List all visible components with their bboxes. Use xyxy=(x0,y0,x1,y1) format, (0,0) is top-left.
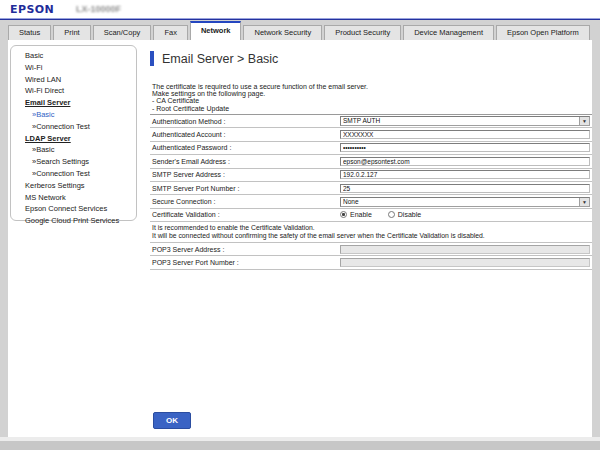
form-row-pop3-address: POP3 Server Address : xyxy=(150,243,592,256)
dropdown-arrow-icon[interactable]: ▼ xyxy=(579,198,589,206)
tab-status[interactable]: Status xyxy=(8,25,51,40)
form-row-secure-connection: Secure Connection : None ▼ xyxy=(150,195,592,208)
tab-network[interactable]: Network xyxy=(190,21,242,40)
email-server-form: Authentication Method : SMTP AUTH ▼ Auth… xyxy=(150,114,592,270)
field-label: SMTP Server Address : xyxy=(150,171,340,178)
field-label: Authenticated Password : xyxy=(150,144,340,151)
content-panel: Basic Wi-Fi Wired LAN Wi-Fi Direct Email… xyxy=(8,40,592,437)
note-line: It will be connected without confirming … xyxy=(152,232,592,239)
field-label: Secure Connection : xyxy=(150,198,340,205)
sidebar-item-kerberos-settings[interactable]: Kerberos Settings xyxy=(11,180,136,192)
description-line: - Root Certificate Update xyxy=(152,105,368,112)
authentication-method-value: SMTP AUTH xyxy=(341,117,579,125)
form-row-authenticated-password: Authenticated Password : xyxy=(150,142,592,155)
tab-print[interactable]: Print xyxy=(53,25,90,40)
smtp-server-port-input[interactable] xyxy=(340,184,590,193)
authentication-method-select[interactable]: SMTP AUTH ▼ xyxy=(340,116,590,126)
epson-logo: EPSON xyxy=(10,3,54,16)
sender-email-input[interactable] xyxy=(340,157,590,166)
sidebar-item-wifi[interactable]: Wi-Fi xyxy=(11,62,136,74)
form-row-smtp-address: SMTP Server Address : xyxy=(150,169,592,182)
description-line: The certificate is required to use a sec… xyxy=(152,83,368,90)
sidebar-item-basic[interactable]: Basic xyxy=(11,50,136,62)
certificate-validation-note: It is recommended to enable the Certific… xyxy=(150,222,592,243)
tab-product-security[interactable]: Product Security xyxy=(324,25,401,40)
main-tab-bar: Status Print Scan/Copy Fax Network Netwo… xyxy=(8,21,592,40)
authenticated-account-input[interactable] xyxy=(340,130,590,139)
network-sidebar: Basic Wi-Fi Wired LAN Wi-Fi Direct Email… xyxy=(10,45,137,221)
secure-connection-value: None xyxy=(341,198,579,206)
sidebar-subitem-ldap-connection-test[interactable]: »Connection Test xyxy=(11,168,136,180)
header-divider xyxy=(0,18,600,20)
field-label: Authenticated Account : xyxy=(150,131,340,138)
tab-epson-open-platform[interactable]: Epson Open Platform xyxy=(496,25,590,40)
sidebar-item-epson-connect-services[interactable]: Epson Connect Services xyxy=(11,203,136,215)
dropdown-arrow-icon[interactable]: ▼ xyxy=(579,117,589,125)
field-label: POP3 Server Port Number : xyxy=(150,259,340,266)
field-label: Authentication Method : xyxy=(150,118,340,125)
app-header: EPSON LX-10000F xyxy=(0,0,600,18)
description-line: Make settings on the following page. xyxy=(152,90,368,97)
title-accent-bar xyxy=(150,51,154,66)
authenticated-password-input[interactable] xyxy=(340,143,590,152)
sidebar-subitem-email-connection-test[interactable]: »Connection Test xyxy=(11,121,136,133)
form-row-authentication-method: Authentication Method : SMTP AUTH ▼ xyxy=(150,115,592,128)
sidebar-section-email-server[interactable]: Email Server xyxy=(11,97,136,109)
field-label: Sender's Email Address : xyxy=(150,158,340,165)
sidebar-item-ms-network[interactable]: MS Network xyxy=(11,192,136,204)
form-row-certificate-validation: Certificate Validation : Enable Disable xyxy=(150,209,592,222)
tab-device-management[interactable]: Device Management xyxy=(403,25,494,40)
field-label: SMTP Server Port Number : xyxy=(150,185,340,192)
secure-connection-select[interactable]: None ▼ xyxy=(340,197,590,207)
sidebar-item-wired-lan[interactable]: Wired LAN xyxy=(11,74,136,86)
tab-fax[interactable]: Fax xyxy=(153,25,188,40)
form-row-sender-email: Sender's Email Address : xyxy=(150,155,592,168)
page-description: The certificate is required to use a sec… xyxy=(152,83,368,112)
certificate-validation-enable-radio[interactable] xyxy=(340,211,347,218)
sidebar-subitem-email-basic[interactable]: »Basic xyxy=(11,109,136,121)
settings-pane: Email Server > Basic The certificate is … xyxy=(150,45,592,435)
pop3-server-port-input xyxy=(340,258,590,267)
tab-scan-copy[interactable]: Scan/Copy xyxy=(93,25,152,40)
field-label: Certificate Validation : xyxy=(150,211,340,218)
radio-label-disable[interactable]: Disable xyxy=(398,211,421,218)
note-line: It is recommended to enable the Certific… xyxy=(152,224,592,231)
sidebar-item-google-cloud-print-services[interactable]: Google Cloud Print Services xyxy=(11,215,136,227)
sidebar-subitem-ldap-basic[interactable]: »Basic xyxy=(11,144,136,156)
page-title: Email Server > Basic xyxy=(162,52,278,66)
footer-dark-strip xyxy=(0,441,600,450)
ok-button[interactable]: OK xyxy=(153,412,191,429)
form-row-pop3-port: POP3 Server Port Number : xyxy=(150,256,592,269)
form-row-authenticated-account: Authenticated Account : xyxy=(150,128,592,141)
sidebar-item-wifi-direct[interactable]: Wi-Fi Direct xyxy=(11,85,136,97)
page-title-block: Email Server > Basic xyxy=(150,51,278,66)
form-row-smtp-port: SMTP Server Port Number : xyxy=(150,182,592,195)
field-label: POP3 Server Address : xyxy=(150,246,340,253)
sidebar-section-ldap-server[interactable]: LDAP Server xyxy=(11,133,136,145)
description-line: - CA Certificate xyxy=(152,97,368,104)
sidebar-subitem-ldap-search-settings[interactable]: »Search Settings xyxy=(11,156,136,168)
radio-label-enable[interactable]: Enable xyxy=(350,211,372,218)
pop3-server-address-input xyxy=(340,245,590,254)
certificate-validation-disable-radio[interactable] xyxy=(388,211,395,218)
printer-model-name: LX-10000F xyxy=(76,4,121,14)
tab-network-security[interactable]: Network Security xyxy=(243,25,322,40)
smtp-server-address-input[interactable] xyxy=(340,170,590,179)
